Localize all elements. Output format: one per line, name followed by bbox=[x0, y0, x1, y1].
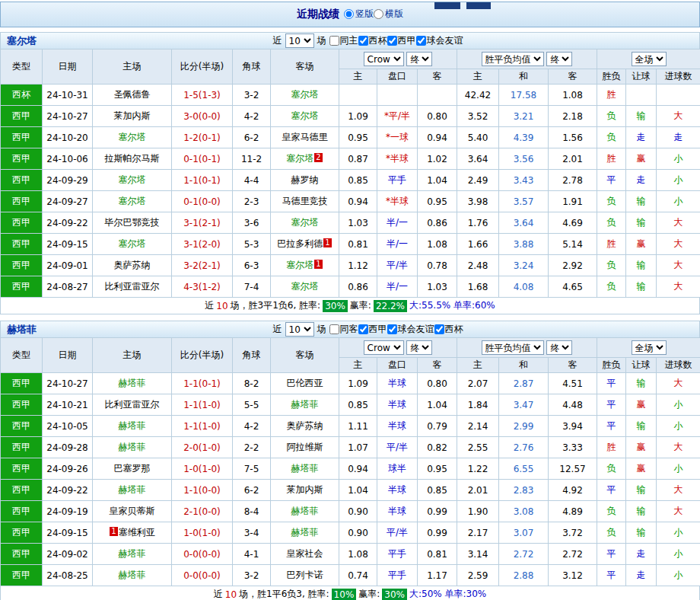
result-cell: 负 bbox=[597, 522, 626, 544]
match-row: 西甲24-09-27塞尔塔0-1(0-0)2-3马德里竞技0.94*半球0.95… bbox=[1, 191, 700, 212]
home-team-cell: 莱加内斯 bbox=[93, 106, 172, 127]
filter-option-3[interactable]: 西杯 bbox=[434, 323, 463, 336]
league-cell: 西甲 bbox=[1, 234, 43, 255]
corner-cell: 4-2 bbox=[233, 106, 271, 127]
filter-checkbox[interactable] bbox=[416, 36, 426, 46]
odds-home-cell: 0.87 bbox=[339, 148, 377, 170]
handicap-result-cell: 赢 bbox=[626, 437, 657, 458]
match-count-select[interactable]: 10 bbox=[285, 34, 314, 48]
filter-option-1[interactable]: 西杯 bbox=[358, 34, 387, 47]
layout-radio-0[interactable]: 竖版 bbox=[344, 8, 374, 21]
home-team-cell: 赫塔菲 bbox=[93, 544, 172, 565]
avg-draw-cell: 3.56 bbox=[499, 148, 549, 170]
away-team-cell: 赫塔菲 bbox=[271, 522, 339, 544]
avg-draw-cell: 17.58 bbox=[499, 85, 549, 106]
matches-table: 类型 日期 主场 比分(半场) 角球 客场 Crow 终 胜平负均值 终 bbox=[0, 49, 700, 298]
goals-result-cell bbox=[657, 85, 700, 106]
cutoff-button[interactable] bbox=[466, 2, 491, 9]
col-let: 让球 bbox=[626, 358, 657, 373]
layout-radio-1[interactable]: 横版 bbox=[374, 8, 403, 21]
filter-option-0[interactable]: 同主 bbox=[329, 34, 358, 47]
filter-checkbox[interactable] bbox=[434, 324, 444, 334]
team-name: 奥萨苏纳 bbox=[114, 260, 151, 270]
result-cell: 平 bbox=[597, 394, 626, 416]
score-cell: 1-2(0-1) bbox=[172, 127, 233, 148]
filter-checkbox[interactable] bbox=[329, 36, 339, 46]
footer-tail: 大:50% 单率:30% bbox=[409, 588, 486, 600]
filter-option-3[interactable]: 球会友谊 bbox=[416, 34, 463, 47]
avg-home-cell: 1.84 bbox=[457, 394, 499, 416]
result-cell: 平 bbox=[597, 565, 626, 586]
goals-result-cell: 大 bbox=[657, 212, 700, 234]
games-label: 场 bbox=[317, 323, 326, 336]
filter-bar: 近 10 场 同客西甲球会友谊西杯 bbox=[37, 322, 699, 337]
avg-draw-cell: 3.24 bbox=[499, 255, 549, 276]
team-section-getafe: 赫塔菲 近 10 场 同客西甲球会友谊西杯 类型 日期 主场 bbox=[0, 321, 700, 600]
avg-away-cell: 4.69 bbox=[549, 212, 597, 234]
score-cell: 1-0(1-0) bbox=[172, 458, 233, 480]
team-name: 赫塔菲 bbox=[291, 527, 319, 538]
odds-source-select[interactable]: Crow bbox=[364, 340, 404, 355]
avg-final-select[interactable]: 终 bbox=[546, 340, 572, 355]
goals-result-cell: 小 bbox=[657, 416, 700, 437]
odds-final-select[interactable]: 终 bbox=[406, 52, 432, 66]
handicap-result-cell: 输 bbox=[626, 480, 657, 501]
odds-final-select[interactable]: 终 bbox=[406, 340, 432, 355]
games-label: 场 bbox=[317, 34, 326, 47]
filter-checkbox[interactable] bbox=[358, 324, 368, 334]
odds-away-cell bbox=[418, 85, 457, 106]
handicap-cell: 半球 bbox=[377, 394, 418, 416]
avg-home-cell: 2.55 bbox=[457, 437, 499, 458]
cutoff-button[interactable] bbox=[434, 2, 460, 9]
scope-select[interactable]: 全场 bbox=[632, 340, 667, 355]
match-count-select[interactable]: 10 bbox=[285, 322, 314, 337]
avg-home-cell: 1.68 bbox=[457, 276, 499, 298]
col-odds-away: 客 bbox=[418, 69, 457, 85]
team-name: 圣佩德鲁 bbox=[114, 89, 151, 100]
scope-select[interactable]: 全场 bbox=[632, 52, 667, 66]
league-cell: 西甲 bbox=[1, 127, 43, 148]
team-name: 塞尔塔 bbox=[286, 153, 313, 164]
match-row: 西甲24-09-151塞维利亚1-0(1-0)3-4赫塔菲0.90平/半0.99… bbox=[1, 522, 700, 544]
goals-result-cell: 大 bbox=[657, 234, 700, 255]
corner-cell: 4-1 bbox=[233, 544, 271, 565]
filter-checkbox[interactable] bbox=[387, 36, 397, 46]
filter-option-1[interactable]: 西甲 bbox=[358, 323, 387, 336]
filter-checkbox[interactable] bbox=[358, 36, 368, 46]
team-name: 塞尔塔 bbox=[286, 260, 313, 270]
col-away: 客场 bbox=[271, 49, 339, 85]
avg-source-select[interactable]: 胜平负均值 bbox=[482, 340, 544, 355]
avg-away-cell: 2.72 bbox=[549, 544, 597, 565]
odds-away-cell: 1.17 bbox=[418, 565, 457, 586]
filter-option-0[interactable]: 同客 bbox=[329, 323, 358, 336]
date-cell: 24-09-02 bbox=[43, 544, 93, 565]
away-team-cell: 皇家马德里 bbox=[271, 127, 339, 148]
team-name: 比利亚雷亚尔 bbox=[105, 399, 160, 410]
date-cell: 24-09-22 bbox=[43, 212, 93, 234]
corner-cell: 8-4 bbox=[233, 501, 271, 522]
radio-input[interactable] bbox=[344, 9, 354, 19]
away-team-cell: 塞尔塔 bbox=[271, 276, 339, 298]
avg-source-select[interactable]: 胜平负均值 bbox=[482, 52, 544, 66]
avg-away-cell: 3.33 bbox=[549, 437, 597, 458]
filter-checkbox[interactable] bbox=[329, 324, 339, 334]
goals-result-cell: 小 bbox=[657, 544, 700, 565]
avg-final-select[interactable]: 终 bbox=[546, 52, 572, 66]
away-team-cell: 赫塔菲 bbox=[271, 501, 339, 522]
league-cell: 西甲 bbox=[1, 437, 43, 458]
odds-source-select[interactable]: Crow bbox=[364, 52, 404, 66]
recent-results-page: 近期战绩 竖版横版 塞尔塔 近 10 场 同主西杯西甲球会友谊 bbox=[0, 2, 700, 600]
date-cell: 24-09-15 bbox=[43, 522, 93, 544]
filter-checkbox[interactable] bbox=[387, 324, 397, 334]
team-name-title: 赫塔菲 bbox=[7, 323, 37, 337]
match-row: 西甲24-09-15塞尔塔3-1(2-0)5-3巴拉多利德10.81半/一1.0… bbox=[1, 234, 700, 255]
filter-option-2[interactable]: 球会友谊 bbox=[387, 323, 434, 336]
odds-away-cell: 0.78 bbox=[418, 255, 457, 276]
date-cell: 24-10-27 bbox=[43, 373, 93, 394]
col-type: 类型 bbox=[1, 338, 43, 373]
radio-input[interactable] bbox=[374, 9, 383, 19]
handicap-cell: 平手 bbox=[377, 544, 418, 565]
match-row: 西甲24-09-29塞尔塔1-1(0-1)4-4赫罗纳0.85平手1.042.4… bbox=[1, 170, 700, 191]
filter-option-2[interactable]: 西甲 bbox=[387, 34, 416, 47]
score-cell: 1-1(0-1) bbox=[172, 373, 233, 394]
